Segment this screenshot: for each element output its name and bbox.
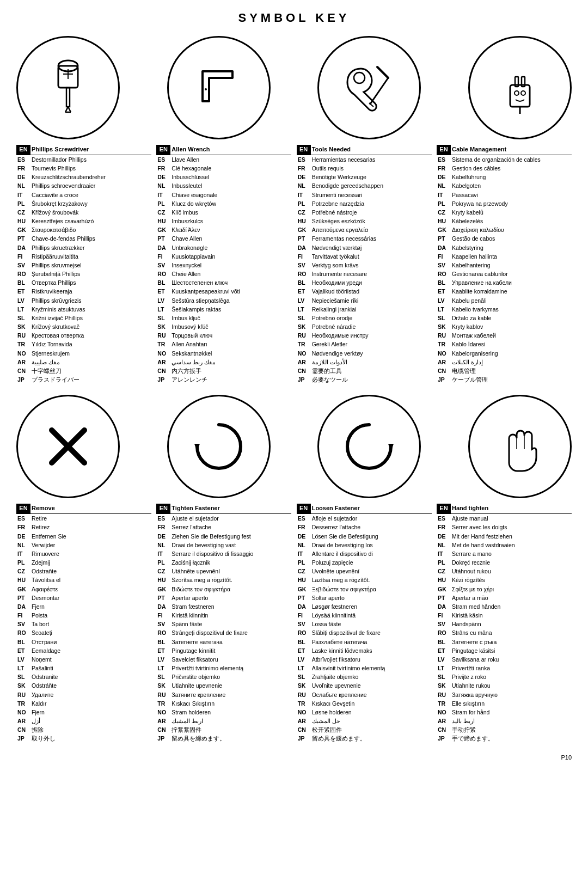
- lang-text: Kabelu penāli: [451, 296, 572, 305]
- table-row: GKΞεβιδώστε τον σφιγκτήρα: [297, 585, 432, 594]
- table-row: GKΒιδώστε τον σφιγκτήρα: [156, 585, 291, 594]
- lang-code: FR: [437, 164, 451, 173]
- lang-code: NO: [156, 708, 170, 717]
- lang-text: Verktyg som krävs: [311, 261, 432, 270]
- table-row: CN手动拧紧: [437, 725, 572, 734]
- lang-code: FI: [297, 611, 311, 620]
- table-row: CZOdstraňte: [16, 567, 151, 576]
- lang-code: PT: [156, 594, 170, 602]
- lang-text: Zdejmij: [30, 558, 151, 567]
- table-row: CZUtáhnout rukou: [437, 567, 572, 576]
- lang-text: Spänn fäste: [170, 620, 291, 628]
- lang-text: Pričvrstite objemko: [170, 672, 291, 681]
- lang-code: JP: [297, 375, 311, 384]
- lang-text: Kaldır: [30, 699, 151, 708]
- table-row: BLНеобходими уреди: [297, 278, 432, 287]
- table-row: ESDestornillador Phillips: [16, 155, 151, 164]
- table-row: NOLøsne holderen: [297, 708, 432, 717]
- lang-code: AR: [16, 717, 30, 725]
- lang-text: Keresztfejes csavarhúzó: [30, 217, 151, 225]
- lang-code: NO: [156, 349, 170, 358]
- lang-text: Atbrīvojiet fiksatoru: [311, 655, 432, 664]
- lang-text: Phillips schroevendraaier: [30, 181, 151, 190]
- lang-text: Kézi rögzítés: [451, 576, 572, 584]
- table-row: ETLaske kinniti lõdvemaks: [297, 646, 432, 655]
- table-row: JP取り外し: [16, 734, 151, 743]
- lang-text: Benodigde gereedschappen: [311, 181, 432, 190]
- lang-code: JP: [297, 734, 311, 743]
- table-row: RUТорцовый ключ: [156, 331, 291, 340]
- lang-text: Монтаж кабелей: [451, 331, 572, 340]
- lang-code: CZ: [437, 208, 451, 217]
- lang-text: Gestion des câbles: [451, 164, 572, 173]
- lang-code: CN: [156, 366, 170, 375]
- lang-text: Zrahljaite objemko: [311, 672, 432, 681]
- lang-text: Nepieciešamie rīki: [311, 296, 432, 305]
- lang-code: AR: [297, 717, 311, 725]
- table-row: PTChave-de-fendas Phillips: [16, 234, 151, 243]
- table-row: GKΑπαιτούμενα εργαλεία: [297, 225, 432, 234]
- table-row: RUМонтаж кабелей: [437, 331, 572, 340]
- table-row: BLОтвертка Phillips: [16, 278, 151, 287]
- table-row: ETPingutage käsitsi: [437, 646, 572, 655]
- lang-text: Отвертка Phillips: [30, 278, 151, 287]
- lang-code: ET: [437, 646, 451, 655]
- lang-code: LT: [437, 664, 451, 672]
- table-row: NOKabelorganisering: [437, 349, 572, 358]
- lang-code: LV: [156, 655, 170, 664]
- table-row: FRGestion des câbles: [437, 164, 572, 173]
- lang-text: Potrebno orodje: [311, 314, 432, 322]
- lang-code: JP: [437, 734, 451, 743]
- lang-text: Ristipääruuvitaltita: [30, 252, 151, 261]
- lang-text: 电缆管理: [451, 366, 572, 375]
- tools-header: Tools Needed: [311, 145, 432, 155]
- lang-text: Apertar aperto: [170, 594, 291, 602]
- table-row: ETKuuskantpesapeakruvi võti: [156, 287, 291, 296]
- lang-text: Apertar a mão: [451, 594, 572, 602]
- lang-code: FI: [16, 611, 30, 620]
- lang-code: DA: [437, 243, 451, 252]
- lang-code: TR: [297, 699, 311, 708]
- lang-code: PL: [16, 558, 30, 567]
- table-row: BLШестостепенен ключ: [156, 278, 291, 287]
- lang-code: RU: [297, 690, 311, 699]
- table-row: ITRimuovere: [16, 549, 151, 558]
- table-row: ROCheie Allen: [156, 270, 291, 278]
- lang-code: ET: [156, 287, 170, 296]
- lang-text: Potrebné náradie: [311, 322, 432, 331]
- table-row: ROGestionarea cablurilor: [437, 270, 572, 278]
- table-row: FRRetirez: [16, 523, 151, 531]
- lang-text: Draai de bevestiging vast: [170, 541, 291, 549]
- table-row: FROutils requis: [297, 164, 432, 173]
- lang-text: Kuusiotappiavain: [170, 252, 291, 261]
- loosen-header: Loosen Fastener: [311, 504, 432, 513]
- lang-code: BL: [437, 278, 451, 287]
- table-row: DAStram fæstneren: [156, 602, 291, 611]
- lang-text: Allaisvinit tvirtinimo elementą: [311, 664, 432, 672]
- lang-text: 需要的工具: [311, 366, 432, 375]
- lang-text: Chiave esagonale: [170, 191, 291, 199]
- svg-point-8: [205, 88, 207, 90]
- lang-text: Βιδώστε τον σφιγκτήρα: [170, 585, 291, 594]
- lang-text: Inbussleutel: [170, 181, 291, 190]
- table-row: CZUvolněte upevnění: [297, 567, 432, 576]
- lang-text: Odstraňte: [30, 567, 151, 576]
- table-row: NOFjern: [16, 708, 151, 717]
- lang-text: إدارة الكبلات: [451, 358, 572, 366]
- lang-text: Verwijder: [30, 541, 151, 549]
- lang-text: Gestionarea cablurilor: [451, 270, 572, 278]
- lang-code: LT: [16, 664, 30, 672]
- lang-code: CN: [437, 366, 451, 375]
- lang-text: Nødvendige verktøy: [311, 349, 432, 358]
- lang-text: Zaciśnij łącznik: [170, 558, 291, 567]
- lang-code: JP: [16, 734, 30, 743]
- table-row: GKΣφίξτε με το χέρι: [437, 585, 572, 594]
- lang-text: Kuuskantpesapeakruvi võti: [170, 287, 291, 296]
- lang-text: Ta bort: [30, 620, 151, 628]
- lang-code: BL: [16, 638, 30, 646]
- lang-text: 内六方扳手: [170, 366, 291, 375]
- allen-wrench-svg: [186, 55, 252, 120]
- lang-code: SV: [16, 261, 30, 270]
- table-row: TRYıldız Tornavida: [16, 340, 151, 348]
- lang-text: 松开紧固件: [311, 725, 432, 734]
